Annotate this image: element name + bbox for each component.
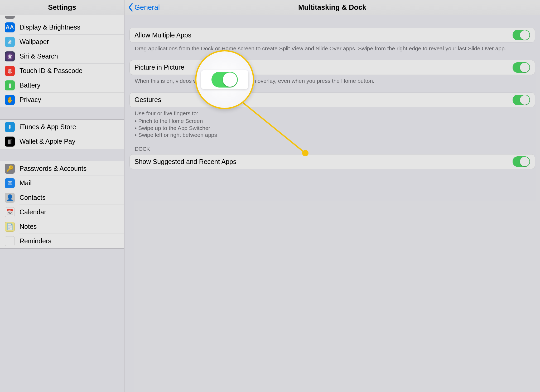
back-label: General <box>134 3 160 12</box>
sidebar-item-siri[interactable]: ◉ Siri & Search <box>0 49 124 64</box>
sidebar-item-label: Calendar <box>20 208 46 216</box>
key-icon: 🔑 <box>5 164 15 174</box>
sidebar-header: Settings <box>0 0 124 15</box>
chevron-left-icon <box>128 3 133 12</box>
picture-in-picture-label: Picture in Picture <box>134 64 184 71</box>
sidebar-item-battery[interactable]: ▮ Battery <box>0 78 124 93</box>
picture-in-picture-card: Picture in Picture <box>129 60 535 75</box>
placeholder-icon <box>5 16 15 19</box>
gestures-desc: Use four or five fingers to: Pinch to th… <box>129 107 535 139</box>
sidebar-item-partial-above[interactable] <box>0 15 124 20</box>
sidebar-item-display[interactable]: AA Display & Brightness <box>0 20 124 35</box>
detail-pane: General Multitasking & Dock Allow Multip… <box>124 0 540 392</box>
allow-multiple-apps-toggle[interactable] <box>513 30 530 40</box>
show-suggested-card: Show Suggested and Recent Apps <box>129 154 535 169</box>
sidebar-item-notes[interactable]: 📄 Notes <box>0 219 124 234</box>
callout-toggle-preview <box>201 70 248 89</box>
sidebar-item-label: Reminders <box>20 237 51 245</box>
sidebar-item-itunes[interactable]: ⬇ iTunes & App Store <box>0 120 124 134</box>
back-button[interactable]: General <box>124 3 160 12</box>
sidebar-item-label: Mail <box>20 179 32 187</box>
gestures-desc-item: Pinch to the Home Screen <box>135 118 530 125</box>
sidebar-item-label: Notes <box>20 223 37 230</box>
allow-multiple-apps-card: Allow Multiple Apps <box>129 28 535 42</box>
sidebar-item-passwords[interactable]: 🔑 Passwords & Accounts <box>0 161 124 176</box>
callout-magnifier <box>195 50 254 109</box>
notes-icon: 📄 <box>5 222 15 232</box>
allow-multiple-apps-label: Allow Multiple Apps <box>134 31 191 39</box>
siri-icon: ◉ <box>5 51 15 61</box>
show-suggested-label: Show Suggested and Recent Apps <box>134 158 236 166</box>
sidebar-item-label: Wallet & Apple Pay <box>20 138 75 145</box>
sidebar-item-label: Touch ID & Passcode <box>20 67 83 75</box>
picture-in-picture-desc: When this is on, videos will continue pl… <box>129 75 535 85</box>
sidebar-item-wallpaper[interactable]: ❀ Wallpaper <box>0 35 124 49</box>
sidebar-item-privacy[interactable]: ✋ Privacy <box>0 93 124 107</box>
picture-in-picture-toggle[interactable] <box>513 62 530 73</box>
sidebar-item-touchid[interactable]: ◍ Touch ID & Passcode <box>0 64 124 78</box>
gestures-desc-header: Use four or five fingers to: <box>135 110 198 116</box>
contacts-icon: 👤 <box>5 193 15 203</box>
gestures-desc-item: Swipe left or right between apps <box>135 132 530 139</box>
gestures-card: Gestures <box>129 93 535 107</box>
privacy-hand-icon: ✋ <box>5 95 15 105</box>
sidebar-item-label: Wallpaper <box>20 38 49 46</box>
sidebar-item-label: Display & Brightness <box>20 23 80 31</box>
gestures-desc-item: Swipe up to the App Switcher <box>135 125 530 132</box>
mail-icon: ✉ <box>5 178 15 188</box>
app-store-icon: ⬇ <box>5 122 15 132</box>
gestures-toggle[interactable] <box>513 95 530 105</box>
wallet-icon: ▥ <box>5 137 15 147</box>
dock-section-header: DOCK <box>129 139 535 154</box>
battery-icon: ▮ <box>5 80 15 90</box>
callout-toggle-icon <box>211 72 238 88</box>
sidebar-item-label: Contacts <box>20 194 46 201</box>
wallpaper-icon: ❀ <box>5 37 15 47</box>
sidebar-item-reminders[interactable]: ⋮ Reminders <box>0 234 124 248</box>
detail-header: General Multitasking & Dock <box>124 0 540 15</box>
sidebar-item-wallet[interactable]: ▥ Wallet & Apple Pay <box>0 134 124 149</box>
gestures-label: Gestures <box>134 96 161 104</box>
sidebar-item-label: Passwords & Accounts <box>20 165 86 172</box>
page-title: Multitasking & Dock <box>124 3 540 12</box>
sidebar-item-label: Battery <box>20 81 40 89</box>
sidebar-item-label: Siri & Search <box>20 52 58 60</box>
reminders-icon: ⋮ <box>5 236 15 246</box>
settings-sidebar: Settings AA Display & Brightness ❀ Wallp… <box>0 0 124 392</box>
sidebar-item-label: iTunes & App Store <box>20 123 76 131</box>
sidebar-item-calendar[interactable]: 📅 Calendar <box>0 205 124 219</box>
sidebar-item-label: Privacy <box>20 96 41 104</box>
fingerprint-icon: ◍ <box>5 66 15 76</box>
sidebar-title: Settings <box>48 3 76 12</box>
show-suggested-toggle[interactable] <box>513 156 530 167</box>
calendar-icon: 📅 <box>5 207 15 217</box>
sidebar-item-mail[interactable]: ✉ Mail <box>0 176 124 190</box>
allow-multiple-apps-desc: Drag applications from the Dock or Home … <box>129 42 535 52</box>
display-brightness-icon: AA <box>5 22 15 32</box>
sidebar-item-contacts[interactable]: 👤 Contacts <box>0 190 124 205</box>
